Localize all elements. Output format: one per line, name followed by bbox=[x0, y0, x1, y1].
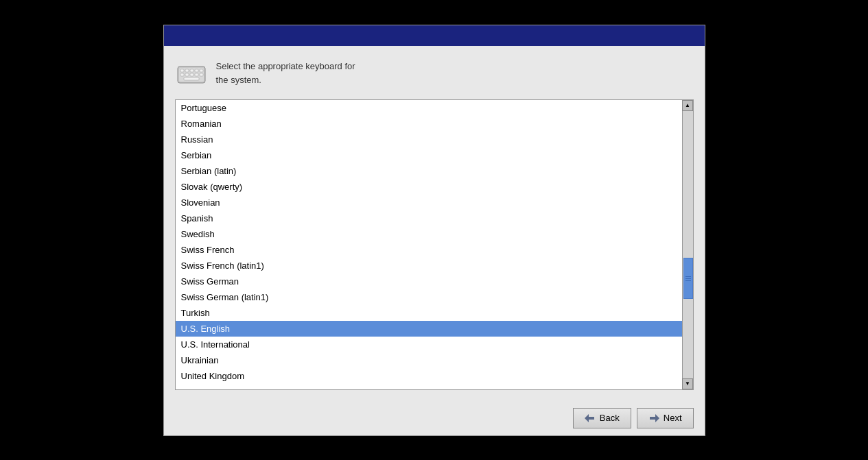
svg-rect-7 bbox=[180, 73, 184, 76]
header-text: Select the appropriate keyboard for the … bbox=[216, 60, 355, 86]
instruction-line2: the system. bbox=[216, 75, 261, 85]
list-item[interactable]: Swiss German (latin1) bbox=[176, 289, 682, 305]
back-icon bbox=[585, 413, 596, 424]
svg-rect-5 bbox=[195, 69, 198, 72]
list-item[interactable]: U.S. International bbox=[176, 337, 682, 352]
list-item[interactable]: Slovenian bbox=[176, 195, 682, 210]
title-bar bbox=[164, 25, 705, 46]
back-label: Back bbox=[600, 413, 620, 423]
keyboard-icon bbox=[175, 57, 208, 90]
language-list-container: PortugueseRomanianRussianSerbianSerbian … bbox=[175, 99, 694, 390]
svg-rect-4 bbox=[190, 69, 193, 72]
scrollbar-thumb-area bbox=[683, 111, 693, 378]
dialog: Select the appropriate keyboard for the … bbox=[163, 25, 705, 436]
list-item[interactable]: Swiss German bbox=[176, 274, 682, 289]
scrollbar-line-2 bbox=[685, 278, 691, 279]
list-item[interactable]: Russian bbox=[176, 132, 682, 147]
list-item[interactable]: Portuguese bbox=[176, 100, 682, 116]
scrollbar-thumb[interactable] bbox=[683, 258, 693, 299]
scrollbar-down-button[interactable]: ▼ bbox=[682, 378, 693, 389]
svg-rect-10 bbox=[195, 73, 198, 76]
list-item[interactable]: Swedish bbox=[176, 226, 682, 242]
svg-rect-6 bbox=[200, 69, 203, 72]
svg-rect-2 bbox=[180, 69, 184, 72]
instruction-line1: Select the appropriate keyboard for bbox=[216, 61, 355, 71]
list-item[interactable]: Swiss French (latin1) bbox=[176, 258, 682, 274]
keyboard-svg-icon bbox=[175, 57, 208, 90]
list-item[interactable]: Slovak (qwerty) bbox=[176, 179, 682, 195]
list-item[interactable]: Serbian bbox=[176, 147, 682, 163]
svg-marker-14 bbox=[650, 414, 659, 422]
scrollbar-thumb-lines bbox=[685, 276, 691, 281]
next-icon bbox=[648, 413, 659, 424]
svg-marker-13 bbox=[585, 414, 594, 422]
language-list-scroll[interactable]: PortugueseRomanianRussianSerbianSerbian … bbox=[176, 100, 682, 389]
list-item[interactable]: U.S. English bbox=[176, 321, 682, 337]
list-item[interactable]: United Kingdom bbox=[176, 368, 682, 384]
list-item[interactable]: Turkish bbox=[176, 305, 682, 321]
scrollbar-track: ▲ ▼ bbox=[682, 100, 693, 389]
list-item[interactable]: Serbian (latin) bbox=[176, 163, 682, 179]
scrollbar-up-button[interactable]: ▲ bbox=[682, 100, 693, 111]
svg-rect-11 bbox=[200, 73, 203, 76]
back-button[interactable]: Back bbox=[573, 408, 631, 428]
content-area: Select the appropriate keyboard for the … bbox=[164, 46, 705, 401]
list-item[interactable]: Spanish bbox=[176, 210, 682, 226]
svg-rect-9 bbox=[190, 73, 193, 76]
svg-rect-8 bbox=[185, 73, 189, 76]
list-item[interactable]: Ukrainian bbox=[176, 352, 682, 368]
header-section: Select the appropriate keyboard for the … bbox=[175, 57, 694, 90]
svg-rect-3 bbox=[185, 69, 189, 72]
footer: Back Next bbox=[164, 401, 705, 435]
next-label: Next bbox=[664, 413, 682, 423]
svg-rect-12 bbox=[184, 77, 199, 80]
list-item[interactable]: Swiss French bbox=[176, 242, 682, 258]
scrollbar-line-1 bbox=[685, 276, 691, 277]
scrollbar-line-3 bbox=[685, 280, 691, 281]
next-button[interactable]: Next bbox=[637, 408, 694, 428]
list-item[interactable]: Romanian bbox=[176, 116, 682, 132]
